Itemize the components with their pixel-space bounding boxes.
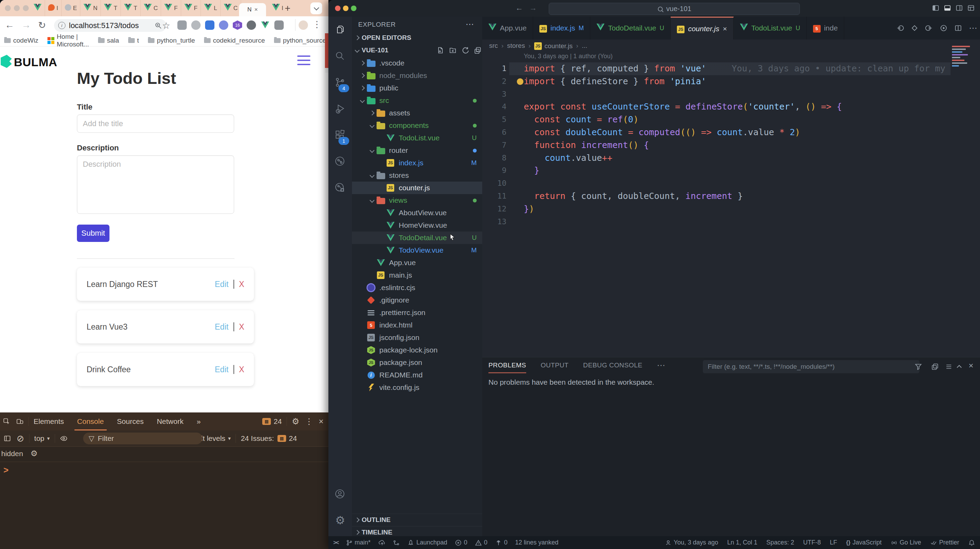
forward-icon[interactable]: →	[21, 20, 31, 30]
device-toolbar-icon[interactable]	[16, 418, 24, 425]
back-icon[interactable]: ←	[5, 20, 14, 30]
status-prettier[interactable]: Prettier	[930, 539, 959, 546]
browser-traffic-lights[interactable]	[5, 5, 32, 13]
minimize-window-button[interactable]	[14, 5, 20, 11]
extension-vue-devtools-icon[interactable]: 16	[233, 21, 242, 30]
address-bar[interactable]: i localhost:5173/todos	[54, 19, 166, 32]
status-bell[interactable]	[968, 539, 975, 546]
tree-item-TodoList.vue[interactable]: TodoList.vueU	[352, 132, 482, 144]
tree-item-.prettierrc.json[interactable]: .prettierrc.json	[352, 306, 482, 319]
extension-vue-icon[interactable]	[261, 21, 270, 30]
quick-fix-lightbulb-icon[interactable]	[517, 78, 523, 85]
new-folder-icon[interactable]	[449, 46, 457, 54]
toggle-secondary-sidebar-icon[interactable]	[955, 4, 963, 13]
group-by-icon[interactable]	[931, 363, 939, 372]
browser-tab[interactable]: I	[45, 0, 62, 16]
run-file-icon[interactable]	[940, 24, 947, 32]
close-window-button[interactable]	[5, 5, 11, 11]
devtools-tab-sources[interactable]: Sources	[117, 417, 144, 426]
collapse-all-icon[interactable]	[474, 46, 482, 54]
tree-item-.gitignore[interactable]: .gitignore	[352, 294, 482, 306]
status-launchpad[interactable]: Launchpad	[407, 539, 447, 546]
console-context-select[interactable]: top	[34, 434, 45, 443]
devtools-tab-elements[interactable]: Elements	[33, 417, 64, 426]
code-line-10[interactable]: 10	[482, 177, 980, 190]
editor-tab-TodoDetail.vue[interactable]: TodoDetail.vueU	[590, 17, 671, 40]
code-line-3[interactable]: 3	[482, 88, 980, 101]
code-line-13[interactable]: 13	[482, 215, 980, 228]
filter-icon[interactable]	[915, 363, 922, 372]
status-you-3-days-ago[interactable]: You, 3 days ago	[665, 539, 718, 546]
breadcrumb[interactable]: src›stores›JScounter.js›...	[482, 40, 980, 52]
code-line-9[interactable]: 9 }	[482, 164, 980, 177]
vscode-traffic-lights[interactable]	[335, 6, 359, 13]
code-line-6[interactable]: 6 const doubleCount = computed(() => cou…	[482, 126, 980, 139]
todo-delete-link[interactable]: X	[239, 322, 244, 332]
bookmark-item[interactable]: sala	[98, 37, 119, 45]
bookmark-star-icon[interactable]: ☆	[162, 21, 170, 31]
tree-item-.eslintrc.cjs[interactable]: .eslintrc.cjs	[352, 281, 482, 294]
submit-button[interactable]: Submit	[77, 225, 110, 242]
browser-tab[interactable]: E	[62, 0, 80, 16]
problems-filter-input[interactable]: Filter (e.g. text, **/*.ts, !**/node_mod…	[703, 360, 920, 373]
code-line-5[interactable]: 5 const count = ref(0)	[482, 113, 980, 126]
status-pipeline[interactable]	[393, 539, 400, 546]
activity-explorer[interactable]	[328, 17, 352, 43]
tree-item-README.md[interactable]: iREADME.md	[352, 369, 482, 381]
status-cloud-upload[interactable]	[378, 539, 385, 546]
status-12-lines-yanked[interactable]: 12 lines yanked	[515, 539, 558, 546]
activity-settings[interactable]: ⚙	[328, 507, 352, 533]
outline-section[interactable]: OUTLINE	[352, 514, 486, 526]
close-tab-icon[interactable]: ×	[722, 25, 727, 33]
more-tabs-icon[interactable]: »	[197, 417, 201, 426]
tab-search-button[interactable]	[310, 2, 322, 14]
tab-close-icon[interactable]: ×	[254, 6, 258, 13]
nav-forward-icon[interactable]: →	[529, 3, 537, 13]
todo-edit-link[interactable]: Edit	[215, 280, 229, 289]
browser-menu-icon[interactable]: ⋮	[312, 19, 321, 30]
console-sidebar-icon[interactable]	[3, 435, 11, 442]
panel-more-icon[interactable]: ⋯	[657, 361, 665, 370]
editor-tab-App.vue[interactable]: App.vue	[482, 17, 533, 40]
status-0[interactable]: 0	[475, 539, 487, 546]
extensions-puzzle-icon[interactable]	[274, 21, 284, 30]
bookmark-item[interactable]: t	[128, 37, 139, 45]
profile-avatar[interactable]	[299, 21, 308, 30]
panel-tab-output[interactable]: OUTPUT	[541, 361, 569, 369]
minimap[interactable]	[952, 45, 974, 74]
tree-item-public[interactable]: public	[352, 82, 482, 94]
breadcrumb-item[interactable]: JScounter.js	[534, 41, 573, 50]
status-main-[interactable]: main*	[346, 539, 371, 546]
zoom-page-icon[interactable]	[154, 22, 162, 29]
devtools-tab-console[interactable]: Console	[77, 417, 104, 426]
tree-item-TodoDetail.vue[interactable]: TodoDetail.vueU	[352, 231, 482, 244]
bookmark-item[interactable]: python_turtle	[148, 37, 195, 45]
activity-git-actions[interactable]	[328, 175, 352, 201]
tree-item-assets[interactable]: assets	[352, 107, 482, 119]
browser-tab[interactable]: C	[141, 0, 161, 16]
browser-tab[interactable]: F	[181, 0, 201, 16]
status-go-live[interactable]: Go Live	[891, 539, 921, 546]
reload-icon[interactable]: ↻	[38, 20, 46, 31]
activity-source-control[interactable]: 4	[328, 69, 352, 96]
maximize-panel-icon[interactable]	[958, 364, 961, 370]
new-file-icon[interactable]	[436, 46, 444, 54]
clear-console-icon[interactable]: ⊘	[17, 433, 24, 444]
toggle-sidebar-icon[interactable]	[932, 4, 939, 13]
browser-tab[interactable]: I	[269, 0, 286, 16]
tree-item-views[interactable]: views	[352, 194, 482, 207]
tree-item-.vscode[interactable]: .vscode	[352, 57, 482, 69]
sidebar-more-icon[interactable]: ⋯	[466, 19, 474, 29]
status-spaces-2[interactable]: Spaces: 2	[766, 539, 794, 546]
close-panel-icon[interactable]: ×	[969, 361, 974, 370]
bookmark-item[interactable]: codekid_resource	[204, 37, 265, 45]
breadcrumb-item[interactable]: stores	[507, 42, 525, 49]
code-line-4[interactable]: 4export const useCounterStore = defineSt…	[482, 101, 980, 113]
browser-tab[interactable]	[30, 0, 45, 16]
editor-tab-inde[interactable]: 5inde	[807, 17, 845, 40]
activity-accounts[interactable]	[328, 481, 352, 508]
bookmark-item[interactable]: codeWiz	[4, 37, 38, 45]
editor-tab-index.js[interactable]: JSindex.jsM	[533, 17, 590, 40]
issues-link[interactable]: 24 Issues:	[241, 434, 274, 443]
tree-item-router[interactable]: router	[352, 144, 482, 156]
